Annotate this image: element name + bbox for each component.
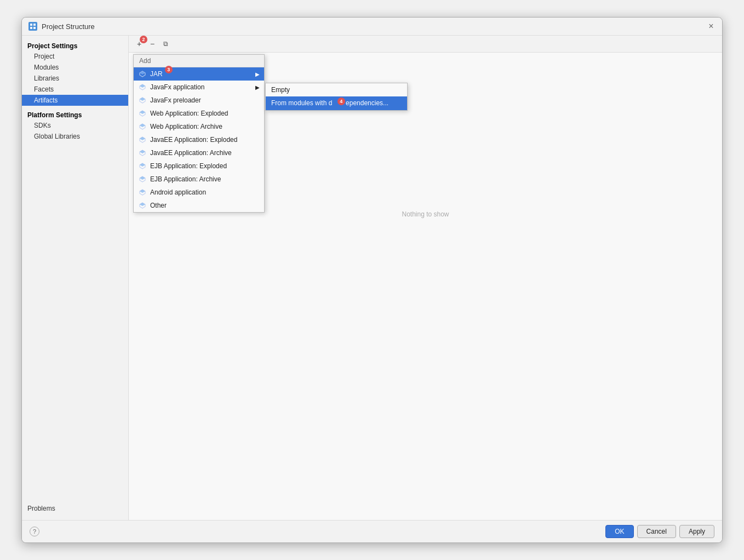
menu-item-javafx-app[interactable]: JavaFx application ▶ [134,81,264,94]
svg-marker-9 [140,98,145,101]
sidebar-item-global-libraries[interactable]: Global Libraries [22,131,128,142]
submenu-empty[interactable]: Empty [266,83,407,96]
submenu-from-modules[interactable]: From modules with d 4 ependencies... [266,96,407,110]
bottom-left: ? [30,527,602,536]
svg-marker-21 [140,176,145,180]
javafx-app-arrow: ▶ [255,84,260,90]
add-menu-header: Add [134,55,264,67]
svg-marker-25 [140,203,145,206]
sidebar-item-facets[interactable]: Facets [22,84,128,95]
jar-arrow-icon: ▶ [255,71,260,77]
other-icon [138,201,147,210]
web-exploded-label: Web Application: Exploded [150,110,228,117]
menu-item-other[interactable]: Other [134,199,264,212]
apply-button[interactable]: Apply [679,525,714,538]
menu-item-web-archive[interactable]: Web Application: Archive [134,120,264,133]
copy-button[interactable]: ⧉ [159,38,171,50]
jar-label: JAR 3 [150,70,163,78]
svg-marker-17 [140,150,145,153]
javafx-app-icon [138,83,147,92]
svg-marker-19 [140,163,145,167]
menu-item-web-exploded[interactable]: Web Application: Exploded [134,107,264,120]
project-settings-section: Project Settings [22,40,128,51]
javafx-preloader-icon [138,96,147,105]
copy-icon: ⧉ [163,40,168,48]
svg-rect-3 [33,27,36,29]
menu-item-javaee-archive[interactable]: JavaEE Application: Archive [134,146,264,159]
add-button[interactable]: + 2 [133,38,145,50]
main-area: + 2 − ⧉ Nothing to show Add [129,36,722,520]
jar-badge: 3 [165,66,173,73]
bottom-bar: ? OK Cancel Apply [22,520,722,542]
app-icon [28,22,37,31]
project-structure-dialog: Project Structure × Project Settings Pro… [21,17,723,543]
web-archive-icon [138,122,147,131]
help-button[interactable]: ? [30,527,39,536]
web-archive-label: Web Application: Archive [150,123,222,130]
sidebar-item-project[interactable]: Project [22,51,128,62]
android-label: Android application [150,188,206,196]
svg-rect-0 [30,24,32,26]
sidebar-item-artifacts[interactable]: Artifacts [22,95,128,106]
sidebar-item-modules[interactable]: Modules [22,62,128,73]
other-label: Other [150,202,167,209]
sidebar: Project Settings Project Modules Librari… [22,36,129,520]
from-modules-label: From modules with d 4 ependencies... [271,99,388,107]
title-bar: Project Structure × [22,18,722,36]
empty-label: Empty [271,86,290,94]
svg-marker-23 [140,190,145,193]
main-toolbar: + 2 − ⧉ [129,36,722,53]
javafx-preloader-label: JavaFx preloader [150,96,201,104]
svg-rect-2 [30,27,32,29]
sidebar-item-sdks[interactable]: SDKs [22,120,128,131]
ejb-archive-label: EJB Application: Archive [150,175,221,183]
jar-icon [138,70,147,78]
android-icon [138,188,147,197]
add-dropdown-menu: Add JAR 3 ▶ [133,54,265,213]
ejb-exploded-icon [138,162,147,170]
menu-item-jar[interactable]: JAR 3 ▶ Empty From modules with d 4 [134,67,264,81]
ok-button[interactable]: OK [605,525,633,538]
sidebar-spacer [22,142,128,501]
minus-icon: − [150,39,154,48]
menu-item-ejb-exploded[interactable]: EJB Application: Exploded [134,159,264,173]
svg-marker-5 [140,71,145,75]
remove-button[interactable]: − [146,38,158,50]
ejb-archive-icon [138,175,147,184]
sidebar-item-libraries[interactable]: Libraries [22,73,128,84]
web-exploded-icon [138,109,147,118]
svg-marker-7 [140,84,145,88]
javaee-archive-label: JavaEE Application: Archive [150,149,232,157]
menu-item-javafx-preloader[interactable]: JavaFx preloader [134,94,264,107]
jar-submenu: Empty From modules with d 4 ependencies.… [265,83,408,111]
platform-settings-section: Platform Settings [22,109,128,120]
ejb-exploded-label: EJB Application: Exploded [150,162,227,170]
svg-marker-11 [140,111,145,114]
sidebar-item-problems[interactable]: Problems [22,501,128,516]
close-button[interactable]: × [707,22,716,31]
dialog-body: Project Settings Project Modules Librari… [22,36,722,520]
from-modules-badge: 4 [337,98,345,105]
cancel-button[interactable]: Cancel [637,525,676,538]
menu-item-javaee-exploded[interactable]: JavaEE Application: Exploded [134,133,264,146]
svg-marker-15 [140,137,145,140]
javaee-archive-icon [138,148,147,157]
svg-marker-13 [140,124,145,127]
javafx-app-label: JavaFx application [150,83,204,91]
dialog-title: Project Structure [42,22,707,31]
svg-rect-1 [33,24,36,26]
menu-item-ejb-archive[interactable]: EJB Application: Archive [134,173,264,186]
menu-item-android[interactable]: Android application [134,186,264,199]
javaee-exploded-label: JavaEE Application: Exploded [150,136,237,144]
javaee-exploded-icon [138,135,147,144]
